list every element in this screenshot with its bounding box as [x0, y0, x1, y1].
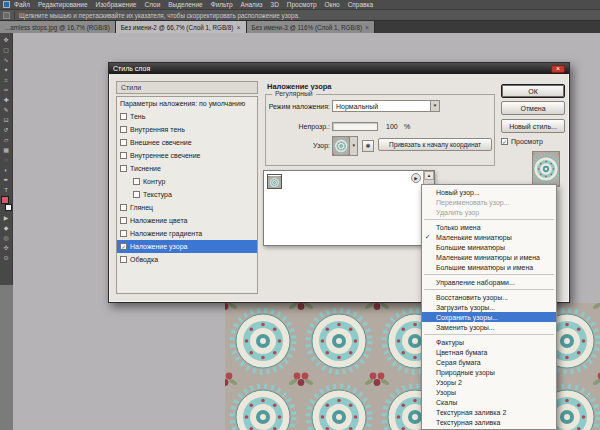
new-style-button[interactable]: Новый стиль...	[501, 119, 565, 133]
document-tab-2[interactable]: Без имени-2 @ 66,7% (Слой 1, RGB/8)×	[116, 21, 247, 33]
snap-to-origin-button[interactable]: Привязать к началу координат	[378, 138, 492, 151]
pen-tool-icon[interactable]: ✒	[1, 175, 12, 185]
path-selection-tool-icon[interactable]: ▶	[1, 213, 12, 223]
style-item-4[interactable]: Внешнее свечение	[117, 136, 257, 149]
context-menu-item-16[interactable]: Заменить узоры...	[422, 322, 556, 332]
menu-item-3[interactable]: Изображение	[96, 0, 137, 10]
context-menu-item-26[interactable]: Текстурная заливка	[422, 417, 556, 427]
context-menu-item-21[interactable]: Природные узоры	[422, 367, 556, 377]
opacity-value[interactable]: 100	[386, 123, 398, 130]
style-checkbox[interactable]	[120, 165, 127, 172]
context-menu-item-6[interactable]: ✓Маленькие миниатюры	[422, 232, 556, 242]
style-checkbox[interactable]	[120, 256, 127, 263]
context-menu-item-25[interactable]: Текстурная заливка 2	[422, 407, 556, 417]
menu-item-1[interactable]: Файл	[14, 0, 30, 10]
tool-preset-icon[interactable]	[3, 12, 10, 19]
style-checkbox[interactable]	[120, 139, 127, 146]
preview-checkbox-row[interactable]: ✓ Просмотр	[501, 138, 543, 145]
eyedropper-tool-icon[interactable]: ✑	[1, 85, 12, 95]
zoom-tool-icon[interactable]: ⊙	[1, 253, 12, 263]
eraser-tool-icon[interactable]: ▱	[1, 135, 12, 145]
context-menu-item-15[interactable]: Сохранить узоры...	[422, 312, 556, 322]
style-item-1[interactable]: Параметры наложения: по умолчанию	[117, 97, 257, 110]
pattern-picker-item[interactable]	[267, 174, 282, 189]
context-menu-item-11[interactable]: Управление наборами...	[422, 277, 556, 287]
style-checkbox[interactable]	[133, 191, 140, 198]
rotate-view-tool-icon[interactable]: ◎	[1, 233, 12, 243]
menu-item-9[interactable]: Просмотр	[287, 0, 317, 10]
blend-mode-select[interactable]: Нормальный ▼	[332, 100, 440, 112]
document-tab-3[interactable]: Без имени-3 @ 116% (Слой 1, RGB/8)×	[247, 21, 376, 33]
chevron-down-icon[interactable]: ▼	[349, 137, 357, 155]
context-menu-item-14[interactable]: Загрузить узоры...	[422, 302, 556, 312]
menu-item-8[interactable]: 3D	[271, 0, 279, 10]
style-item-8[interactable]: Текстура	[117, 188, 257, 201]
quick-selection-tool-icon[interactable]: ✦	[1, 65, 12, 75]
cancel-button[interactable]: Отмена	[501, 101, 565, 115]
hand-tool-icon[interactable]: ✣	[1, 243, 12, 253]
context-menu-item-8[interactable]: Маленькие миниатюры и имена	[422, 252, 556, 262]
context-menu-item-24[interactable]: Скалы	[422, 397, 556, 407]
foreground-color-swatch[interactable]	[1, 196, 9, 204]
context-menu-item-23[interactable]: Узоры	[422, 387, 556, 397]
context-menu-item-7[interactable]: Большие миниатюры	[422, 242, 556, 252]
chevron-down-icon[interactable]: ▼	[430, 101, 439, 111]
brush-tool-icon[interactable]: ✎	[1, 105, 12, 115]
menu-item-4[interactable]: Слои	[144, 0, 160, 10]
context-menu-item-18[interactable]: Фактуры	[422, 337, 556, 347]
menu-item-6[interactable]: Фильтр	[211, 0, 233, 10]
crop-tool-icon[interactable]: ⌗	[1, 75, 12, 85]
opacity-slider[interactable]	[332, 122, 378, 131]
style-item-5[interactable]: Внутреннее свечение	[117, 149, 257, 162]
marquee-tool-icon[interactable]: ▢	[1, 45, 12, 55]
clone-stamp-tool-icon[interactable]: ⊡	[1, 115, 12, 125]
tab-close-icon[interactable]: ×	[365, 24, 369, 31]
gradient-tool-icon[interactable]: ▦	[1, 145, 12, 155]
style-item-12[interactable]: ✓Наложение узора	[117, 240, 257, 253]
style-checkbox[interactable]	[120, 230, 127, 237]
style-checkbox[interactable]	[120, 126, 127, 133]
context-menu-item-5[interactable]: Только имена	[422, 222, 556, 232]
pattern-swatch-button[interactable]: ▼	[332, 136, 358, 156]
style-checkbox[interactable]	[120, 204, 127, 211]
style-item-13[interactable]: Обводка	[117, 253, 257, 266]
style-item-11[interactable]: Наложение градиента	[117, 227, 257, 240]
context-menu-item-19[interactable]: Цветная бумага	[422, 347, 556, 357]
healing-brush-tool-icon[interactable]: ✚	[1, 95, 12, 105]
lasso-tool-icon[interactable]: ∿	[1, 55, 12, 65]
background-color-swatch[interactable]	[5, 204, 12, 211]
style-item-2[interactable]: Тень	[117, 110, 257, 123]
picker-flyout-button[interactable]: ▶	[411, 173, 421, 183]
menu-item-2[interactable]: Редактирование	[38, 0, 88, 10]
move-tool-icon[interactable]: ✥	[1, 35, 12, 45]
menu-item-5[interactable]: Выделение	[168, 0, 202, 10]
shape-tool-icon[interactable]: ◆	[1, 223, 12, 233]
style-item-10[interactable]: Наложение цвета	[117, 214, 257, 227]
style-checkbox[interactable]: ✓	[120, 243, 127, 250]
menu-item-7[interactable]: Анализ	[241, 0, 263, 10]
style-item-3[interactable]: Внутренняя тень	[117, 123, 257, 136]
style-checkbox[interactable]	[120, 217, 127, 224]
menu-item-11[interactable]: Справка	[348, 0, 374, 10]
menu-item-10[interactable]: Окно	[325, 0, 340, 10]
tab-close-icon[interactable]: ×	[236, 24, 240, 31]
document-tab-1[interactable]: ...amless stops.jpg @ 16,7% (RGB/8)	[0, 21, 116, 33]
context-menu-item-9[interactable]: Большие миниатюры и имена	[422, 262, 556, 272]
new-pattern-button[interactable]: ✱	[362, 140, 374, 152]
style-item-7[interactable]: Контур	[117, 175, 257, 188]
style-checkbox[interactable]	[133, 178, 140, 185]
preview-checkbox[interactable]: ✓	[501, 138, 508, 145]
style-item-9[interactable]: Глянец	[117, 201, 257, 214]
style-checkbox[interactable]	[120, 113, 127, 120]
context-menu-item-13[interactable]: Восстановить узоры...	[422, 292, 556, 302]
history-brush-tool-icon[interactable]: ↺	[1, 125, 12, 135]
ok-button[interactable]: ОК	[501, 84, 565, 98]
dodge-tool-icon[interactable]: ◐	[1, 165, 12, 175]
style-item-6[interactable]: Тиснение	[117, 162, 257, 175]
context-menu-item-1[interactable]: Новый узор...	[422, 187, 556, 197]
dialog-close-button[interactable]: ×	[551, 65, 565, 73]
context-menu-item-22[interactable]: Узоры 2	[422, 377, 556, 387]
blur-tool-icon[interactable]: ◌	[1, 155, 12, 165]
type-tool-icon[interactable]: T	[1, 185, 12, 195]
style-checkbox[interactable]	[120, 152, 127, 159]
